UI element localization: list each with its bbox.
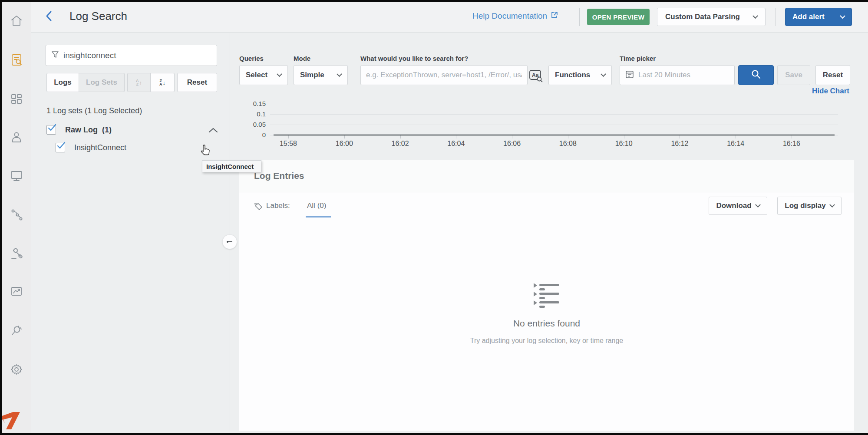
help-documentation-link[interactable]: Help Documentation: [472, 11, 558, 21]
filter-funnel-icon: [51, 51, 59, 60]
labels-label: Labels:: [266, 201, 290, 210]
log-panel-reset-button[interactable]: Reset: [177, 73, 217, 92]
hide-chart-link[interactable]: Hide Chart: [806, 87, 849, 96]
sort-desc-button[interactable]: ZA ↓: [151, 73, 175, 92]
sort-asc-button[interactable]: AZ ↑: [127, 73, 151, 92]
x-axis-tick-label: 15:58: [271, 140, 306, 148]
calendar-icon: [625, 70, 634, 80]
empty-state-subtitle: Try adjusting your log selection, key or…: [416, 337, 677, 345]
panel-divider: [230, 33, 230, 433]
log-set-name: Raw Log: [65, 125, 98, 134]
x-axis-tick-label: 16:02: [383, 140, 418, 148]
sidebar-item-settings[interactable]: [8, 362, 25, 379]
collapse-log-set-chevron-icon[interactable]: [208, 127, 218, 135]
log-name-tooltip: InsightConnect: [202, 160, 261, 172]
sidebar-item-reports[interactable]: [8, 283, 25, 301]
app-sidebar: [2, 2, 31, 433]
page-title: Log Search: [69, 10, 127, 23]
external-link-icon: [551, 11, 558, 21]
log-display-dropdown[interactable]: Log display: [777, 197, 842, 215]
log-sets-tab-button[interactable]: Log Sets: [79, 73, 125, 92]
chevron-down-icon: [601, 71, 606, 77]
time-picker-wrap: [620, 65, 735, 85]
mode-dropdown[interactable]: Simple: [294, 65, 348, 85]
chevron-down-icon: [840, 13, 845, 19]
add-alert-button[interactable]: Add alert: [785, 8, 852, 26]
log-set-count: (1): [102, 125, 112, 134]
log-search-screen: Log Search Help Documentation OPEN PREVI…: [0, 0, 868, 435]
query-reset-button[interactable]: Reset: [815, 65, 850, 85]
log-filter-box: [46, 45, 217, 66]
case-sensitive-search-button[interactable]: Aa: [529, 69, 543, 82]
sidebar-item-log-search[interactable]: [8, 52, 25, 69]
x-axis-tick-label: 16:04: [439, 140, 473, 148]
sidebar-item-workflows[interactable]: [8, 207, 25, 224]
header-divider: [61, 8, 61, 26]
collapse-panel-handle[interactable]: [222, 234, 237, 249]
chevron-down-icon: [277, 71, 282, 77]
run-search-button[interactable]: [738, 65, 774, 85]
back-button[interactable]: [42, 10, 56, 24]
letterbox-bottom: [0, 433, 868, 435]
log-checkbox-checked[interactable]: [56, 143, 65, 152]
header-divider: [776, 8, 776, 26]
sort-za-icon: ZA: [159, 79, 162, 86]
dashboards-icon: [10, 92, 23, 107]
letterbox-top: [0, 0, 868, 2]
time-picker-input[interactable]: [638, 71, 734, 79]
chevron-down-icon: [337, 71, 342, 77]
save-query-button[interactable]: Save: [777, 65, 810, 85]
x-axis-tick-label: 16:00: [327, 140, 362, 148]
sidebar-item-dashboards[interactable]: [8, 91, 25, 109]
aa-glyph: Aa: [532, 72, 539, 78]
gear-icon: [10, 363, 23, 378]
x-axis-tick-label: 16:10: [607, 140, 641, 148]
download-dropdown[interactable]: Download: [709, 197, 767, 215]
home-icon: [10, 14, 23, 29]
arrow-left-icon: [226, 238, 233, 246]
log-name: InsightConnect: [74, 143, 126, 152]
log-entries-panel: Log Entries Labels: All (0) Download Log…: [239, 160, 854, 431]
log-set-row[interactable]: Raw Log (1): [46, 125, 218, 135]
chevron-down-icon: [755, 202, 761, 208]
sidebar-item-endpoints[interactable]: [8, 168, 25, 185]
x-axis-tick-label: 16:06: [495, 140, 529, 148]
monitor-icon: [10, 169, 23, 184]
tag-icon: [254, 202, 263, 212]
queries-label: Queries: [239, 55, 264, 62]
custom-data-parsing-dropdown[interactable]: Custom Data Parsing: [657, 8, 766, 26]
log-filter-input[interactable]: [63, 51, 211, 60]
sidebar-item-investigations[interactable]: [8, 246, 25, 264]
mode-label: Mode: [294, 55, 310, 62]
query-search-input[interactable]: [366, 66, 522, 85]
y-axis-tick-label: 0.05: [240, 121, 266, 128]
open-preview-button[interactable]: OPEN PREVIEW: [587, 9, 650, 25]
chevron-down-icon: [752, 13, 758, 19]
empty-log-list-icon: [533, 282, 561, 312]
log-selection-panel: Logs Log Sets AZ ↑ ZA ↓ Reset 1 Log sets…: [31, 33, 230, 433]
time-picker-label: Time picker: [620, 55, 656, 62]
log-row[interactable]: InsightConnect: [56, 143, 126, 152]
sidebar-item-data-collection[interactable]: [8, 323, 25, 340]
sort-az-icon: AZ: [136, 79, 139, 86]
letterbox-left: [0, 0, 2, 435]
log-selection-summary: 1 Log sets (1 Log Selected): [46, 106, 142, 115]
labels-all-tab[interactable]: All (0): [307, 201, 326, 210]
sidebar-item-home[interactable]: [8, 13, 25, 30]
back-chevron-icon: [46, 11, 52, 23]
plug-icon: [10, 324, 23, 339]
log-entries-header: [239, 160, 854, 192]
logs-tab-button[interactable]: Logs: [46, 73, 79, 92]
user-icon: [10, 131, 23, 145]
workflow-icon: [10, 208, 23, 223]
chevron-down-icon: [829, 202, 835, 208]
x-axis-tick-label: 16:16: [774, 140, 809, 148]
empty-state-title: No entries found: [460, 318, 634, 329]
functions-dropdown[interactable]: Functions: [548, 65, 612, 85]
log-set-checkbox-checked[interactable]: [46, 125, 56, 135]
y-axis-tick-label: 0: [240, 131, 266, 138]
queries-select-dropdown[interactable]: Select: [239, 65, 288, 85]
sidebar-item-users[interactable]: [8, 129, 25, 147]
search-magnifier-icon: [751, 69, 761, 81]
mouse-cursor: [200, 145, 211, 159]
